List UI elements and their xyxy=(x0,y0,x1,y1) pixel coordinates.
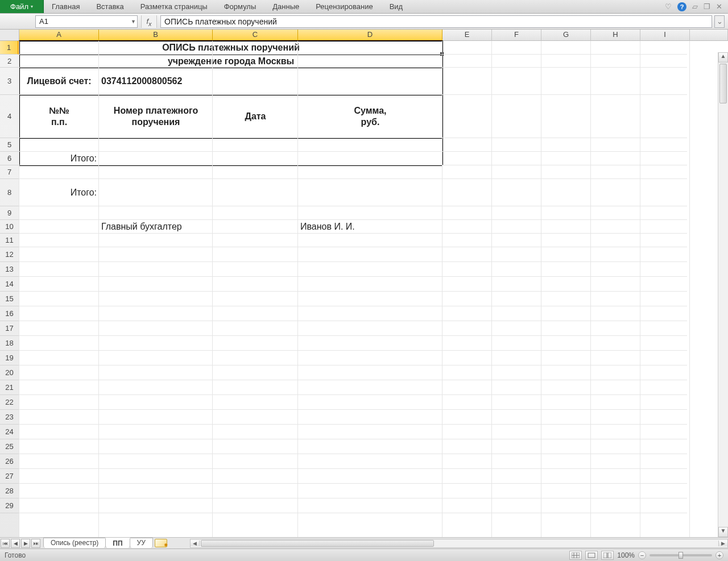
cell-content-th2[interactable]: Номер платежного поручения xyxy=(99,95,213,138)
zoom-label: 100% xyxy=(617,551,635,559)
ribbon-tab-6[interactable]: Вид xyxy=(382,0,412,13)
vertical-scrollbar[interactable]: ▲ ▼ xyxy=(718,52,728,537)
sheet-nav-last-icon[interactable]: ⏭ xyxy=(31,539,40,548)
col-header-F[interactable]: F xyxy=(492,30,541,41)
zoom-slider[interactable] xyxy=(650,554,712,556)
svg-rect-5 xyxy=(603,552,607,558)
row-header-19[interactable]: 19 xyxy=(0,351,19,365)
col-header-C[interactable]: C xyxy=(213,30,298,41)
select-all-cell[interactable] xyxy=(0,30,19,41)
scroll-thumb-h[interactable] xyxy=(201,540,434,547)
chevron-down-icon[interactable]: ▼ xyxy=(131,19,136,24)
zoom-out-icon[interactable]: − xyxy=(638,551,646,559)
ribbon-tab-0[interactable]: Главная xyxy=(44,0,88,13)
col-header-A[interactable]: A xyxy=(19,30,99,41)
scroll-left-icon[interactable]: ◀ xyxy=(191,541,200,546)
row-header-20[interactable]: 20 xyxy=(0,365,19,380)
horizontal-scrollbar[interactable]: ◀ ▶ xyxy=(190,539,728,548)
help-icon[interactable]: ? xyxy=(677,2,686,11)
ribbon-tab-4[interactable]: Данные xyxy=(264,0,308,13)
row-header-12[interactable]: 12 xyxy=(0,247,19,262)
sheet-nav-first-icon[interactable]: ⏮ xyxy=(1,539,10,548)
scroll-down-icon[interactable]: ▼ xyxy=(718,527,728,537)
row-header-24[interactable]: 24 xyxy=(0,425,19,439)
col-header-H[interactable]: H xyxy=(591,30,640,41)
view-normal-icon[interactable] xyxy=(569,551,582,560)
row-header-5[interactable]: 5 xyxy=(0,138,19,152)
scroll-up-icon[interactable]: ▲ xyxy=(718,52,728,63)
row-header-18[interactable]: 18 xyxy=(0,336,19,351)
col-header-G[interactable]: G xyxy=(541,30,591,41)
cell-content-account_label[interactable]: Лицевой счет: xyxy=(19,68,99,95)
status-ready: Готово xyxy=(5,551,26,559)
close-icon[interactable]: ✕ xyxy=(716,2,722,11)
cell-content-itogo2[interactable]: Итого: xyxy=(19,179,99,206)
row-header-13[interactable]: 13 xyxy=(0,262,19,277)
cell-content-th4[interactable]: Сумма, руб. xyxy=(298,95,442,138)
cell-content-itogo[interactable]: Итого: xyxy=(19,152,99,165)
col-header-I[interactable]: I xyxy=(640,30,690,41)
row-header-17[interactable]: 17 xyxy=(0,321,19,336)
cell-content-subtitle[interactable]: учреждение города Москвы xyxy=(19,55,442,68)
col-header-D[interactable]: D xyxy=(298,30,442,41)
row-header-7[interactable]: 7 xyxy=(0,165,19,179)
name-box-value: A1 xyxy=(39,17,48,26)
heart-icon[interactable]: ♡ xyxy=(665,2,672,11)
row-header-23[interactable]: 23 xyxy=(0,410,19,425)
sheet-tab-1[interactable]: ПП xyxy=(105,538,130,548)
row-header-25[interactable]: 25 xyxy=(0,439,19,454)
cell-content-title[interactable]: ОПИСЬ платежных поручений xyxy=(19,41,442,55)
zoom-in-icon[interactable]: + xyxy=(715,551,723,559)
sheet-nav-next-icon[interactable]: ▶ xyxy=(21,539,30,548)
cell-content-account_value[interactable]: 0374112000800562 xyxy=(99,68,213,95)
zoom-thumb[interactable] xyxy=(679,552,683,559)
ribbon-tab-2[interactable]: Разметка страницы xyxy=(133,0,216,13)
minimize-icon[interactable]: ▱ xyxy=(692,2,698,11)
row-header-29[interactable]: 29 xyxy=(0,498,19,513)
row-header-1[interactable]: 1 xyxy=(0,41,19,55)
fx-icon[interactable]: fx xyxy=(141,15,157,28)
view-layout-icon[interactable] xyxy=(585,551,598,560)
formula-expand-icon[interactable]: ⌄ xyxy=(714,15,725,28)
row-header-6[interactable]: 6 xyxy=(0,152,19,165)
cell-content-th1[interactable]: №№ п.п. xyxy=(19,95,99,138)
col-header-B[interactable]: B xyxy=(99,30,213,41)
ribbon-tab-5[interactable]: Рецензирование xyxy=(308,0,381,13)
ribbon-tab-3[interactable]: Формулы xyxy=(216,0,265,13)
row-header-8[interactable]: 8 xyxy=(0,179,19,206)
svg-rect-6 xyxy=(608,552,611,558)
row-header-21[interactable]: 21 xyxy=(0,380,19,395)
file-tab[interactable]: Файл xyxy=(0,0,44,13)
sheet-tab-bar: ⏮ ◀ ▶ ⏭ Опись (реестр)ППУУ ◀ ▶ xyxy=(0,537,728,548)
new-sheet-icon[interactable] xyxy=(155,539,167,547)
view-pagebreak-icon[interactable] xyxy=(601,551,614,560)
row-header-4[interactable]: 4 xyxy=(0,95,19,138)
sheet-nav-prev-icon[interactable]: ◀ xyxy=(11,539,20,548)
row-header-11[interactable]: 11 xyxy=(0,234,19,247)
restore-icon[interactable]: ❐ xyxy=(704,2,710,11)
name-box[interactable]: A1 ▼ xyxy=(35,15,138,28)
sheet-tab-0[interactable]: Опись (реестр) xyxy=(43,538,106,548)
scroll-right-icon[interactable]: ▶ xyxy=(718,541,727,546)
col-header-E[interactable]: E xyxy=(442,30,492,41)
scroll-thumb-v[interactable] xyxy=(719,64,727,103)
cell-content-accountant_name[interactable]: Иванов И. И. xyxy=(298,220,442,234)
row-header-26[interactable]: 26 xyxy=(0,454,19,469)
sheet-tab-2[interactable]: УУ xyxy=(130,538,153,548)
row-header-2[interactable]: 2 xyxy=(0,55,19,68)
cell-content-accountant_label[interactable]: Главный бухгалтер xyxy=(99,220,213,234)
row-header-14[interactable]: 14 xyxy=(0,277,19,292)
row-header-27[interactable]: 27 xyxy=(0,469,19,484)
row-header-28[interactable]: 28 xyxy=(0,484,19,498)
row-header-22[interactable]: 22 xyxy=(0,395,19,410)
row-header-16[interactable]: 16 xyxy=(0,306,19,321)
row-header-10[interactable]: 10 xyxy=(0,220,19,234)
row-header-15[interactable]: 15 xyxy=(0,292,19,306)
row-header-9[interactable]: 9 xyxy=(0,206,19,220)
cells-area[interactable]: ОПИСЬ платежных порученийучреждение горо… xyxy=(19,41,728,537)
cell-content-th3[interactable]: Дата xyxy=(213,95,298,138)
row-header-3[interactable]: 3 xyxy=(0,68,19,95)
ribbon-tab-1[interactable]: Вставка xyxy=(88,0,132,13)
formula-bar: A1 ▼ fx ОПИСЬ платежных поручений ⌄ xyxy=(0,14,728,30)
formula-input[interactable]: ОПИСЬ платежных поручений xyxy=(160,15,712,28)
